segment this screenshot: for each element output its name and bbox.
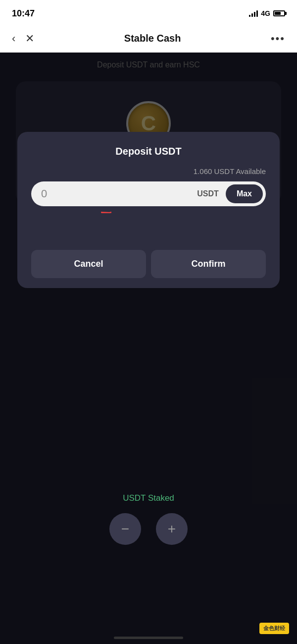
- battery-icon: [273, 10, 285, 16]
- available-balance: 1.060 USDT Available: [31, 167, 266, 176]
- staked-area: USDT Staked − +: [0, 493, 297, 545]
- svg-line-2: [62, 212, 111, 213]
- page-title: Stable Cash: [124, 33, 181, 44]
- home-indicator: [114, 637, 183, 639]
- close-button[interactable]: ✕: [25, 32, 34, 45]
- network-label: 4G: [261, 9, 270, 17]
- staked-label: USDT Staked: [0, 493, 297, 503]
- watermark-text: 金色财经: [263, 625, 285, 632]
- status-icons: 4G: [249, 9, 285, 17]
- nav-left: ‹ ✕: [12, 32, 34, 45]
- decrease-button[interactable]: −: [109, 513, 141, 545]
- annotation-arrows: 1 2: [17, 178, 280, 213]
- signal-icon: [249, 10, 258, 17]
- nav-bar: ‹ ✕ Stable Cash •••: [0, 25, 297, 53]
- watermark: 金色财经: [259, 623, 289, 634]
- confirm-button[interactable]: Confirm: [151, 250, 266, 278]
- status-time: 10:47: [12, 8, 35, 19]
- modal-buttons: Cancel Confirm: [31, 250, 266, 278]
- modal-overlay: Deposit USDT 1.060 USDT Available USDT M…: [0, 53, 297, 644]
- stake-controls: − +: [0, 513, 297, 545]
- modal-title: Deposit USDT: [31, 146, 266, 157]
- status-bar: 10:47 4G: [0, 0, 297, 25]
- increase-button[interactable]: +: [156, 513, 188, 545]
- cancel-button[interactable]: Cancel: [31, 250, 146, 278]
- back-button[interactable]: ‹: [12, 32, 15, 45]
- page-background: Deposit USDT and earn HSC C 0.000 Stable…: [0, 53, 297, 644]
- more-button[interactable]: •••: [271, 32, 285, 45]
- deposit-modal: Deposit USDT 1.060 USDT Available USDT M…: [17, 132, 280, 288]
- annotations-area: 1 2: [31, 218, 266, 248]
